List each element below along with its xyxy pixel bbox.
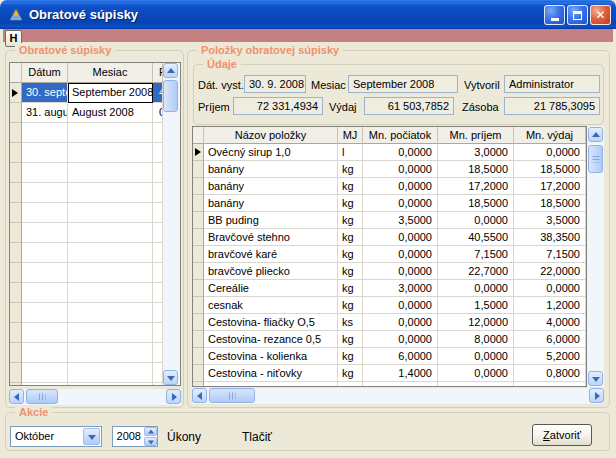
grid-cell[interactable]: BB puding — [204, 212, 338, 229]
grid-cell[interactable]: 18,5000 — [514, 161, 586, 178]
scrollbar-thumb[interactable] — [588, 145, 603, 173]
grid-cell[interactable]: 0,0000 — [363, 331, 438, 348]
grid-cell[interactable]: banány — [204, 161, 338, 178]
grid-cell[interactable]: Cestovina - niťovky — [204, 365, 338, 382]
grid-cell[interactable]: kg — [338, 161, 363, 178]
grid-cell[interactable]: 0,0000 — [363, 263, 438, 280]
grid-row[interactable]: banánykg0,000018,500018,5000 — [193, 161, 586, 178]
grid-row[interactable]: Cestovina - niťovkykg1,40000,00000,8000 — [193, 365, 586, 382]
spinner-up-button[interactable] — [144, 427, 157, 436]
scroll-up-button[interactable] — [163, 63, 178, 78]
grid-cell[interactable]: 0,0000 — [363, 314, 438, 331]
spinner-down-button[interactable] — [144, 437, 157, 446]
grid-cell[interactable]: 18,5000 — [438, 161, 514, 178]
grid-cell[interactable]: 22,0000 — [514, 263, 586, 280]
scroll-up-button[interactable] — [588, 127, 603, 142]
grid-cell[interactable]: kg — [338, 195, 363, 212]
grid-cell[interactable]: Bravčové stehno — [204, 229, 338, 246]
grid-cell[interactable]: September 2008 — [68, 83, 153, 103]
grid-row[interactable]: bravčové plieckokg0,000022,700022,0000 — [193, 263, 586, 280]
scrollbar-thumb[interactable] — [163, 80, 178, 112]
grid-cell[interactable]: 6,0000 — [363, 348, 438, 365]
scroll-left-button[interactable] — [192, 388, 207, 403]
grid-row[interactable]: cesnakkg0,00001,50001,2000 — [193, 297, 586, 314]
grid-cell[interactable]: kg — [338, 348, 363, 365]
grid-cell[interactable]: kg — [338, 280, 363, 297]
grid-cell[interactable]: 0,0000 — [514, 280, 586, 297]
grid-cell[interactable]: 12,0000 — [438, 314, 514, 331]
dropdown-button[interactable] — [83, 428, 100, 445]
grid-cell[interactable]: 4 — [153, 83, 163, 103]
grid-cell[interactable]: 1,5000 — [438, 297, 514, 314]
scroll-down-button[interactable] — [588, 371, 603, 386]
grid-row[interactable]: Cereáliekg3,00000,00000,0000 — [193, 280, 586, 297]
grid-cell[interactable]: 40,5500 — [438, 229, 514, 246]
grid-cell[interactable]: kg — [338, 229, 363, 246]
grid-cell[interactable]: 0,0000 — [438, 382, 514, 386]
grid-cell[interactable]: 17,2000 — [514, 178, 586, 195]
grid-row[interactable]: Cestovinykg0,00000,00000,0000 — [193, 382, 586, 386]
grid-cell[interactable]: 18,5000 — [438, 195, 514, 212]
grid-cell[interactable]: 18,5000 — [514, 195, 586, 212]
grid-cell[interactable]: 30. septe — [22, 83, 68, 103]
grid-cell[interactable]: 0,0000 — [438, 348, 514, 365]
grid-cell[interactable]: 0,0000 — [363, 178, 438, 195]
grid-cell[interactable]: 0,8000 — [514, 365, 586, 382]
grid-cell[interactable]: kg — [338, 297, 363, 314]
grid-cell[interactable]: 0,0000 — [438, 365, 514, 382]
grid-cell[interactable]: bravčové pliecko — [204, 263, 338, 280]
grid-cell[interactable]: 0,0000 — [438, 212, 514, 229]
grid-cell[interactable]: 0,0000 — [514, 144, 586, 161]
grid-row[interactable]: Cestovina- fliačky O,5ks0,000012,00004,0… — [193, 314, 586, 331]
grid-cell[interactable]: kg — [338, 331, 363, 348]
grid-row[interactable]: 30. septeSeptember 20084 — [10, 83, 180, 103]
grid-cell[interactable]: banány — [204, 178, 338, 195]
vydaj-field[interactable]: 61 503,7852 — [364, 97, 454, 115]
grid-cell[interactable]: 0,0000 — [363, 246, 438, 263]
grid-cell[interactable]: 0,0000 — [363, 195, 438, 212]
grid-cell[interactable]: 38,3500 — [514, 229, 586, 246]
grid-cell[interactable]: 1,4000 — [363, 365, 438, 382]
grid-row[interactable]: BB pudingkg3,50000,00003,5000 — [193, 212, 586, 229]
grid-row[interactable]: Cestovina- rezance 0,5kg0,00008,00006,00… — [193, 331, 586, 348]
grid-cell[interactable]: banány — [204, 195, 338, 212]
grid-cell[interactable]: 0,0000 — [514, 382, 586, 386]
grid-row[interactable]: banánykg0,000017,200017,2000 — [193, 178, 586, 195]
grid-cell[interactable]: 22,7000 — [438, 263, 514, 280]
year-spinner[interactable]: 2008 — [112, 426, 158, 447]
grid-row[interactable]: banánykg0,000018,500018,5000 — [193, 195, 586, 212]
grid-cell[interactable]: 6,0000 — [514, 331, 586, 348]
grid-row[interactable]: Cestovina - kolienkakg6,00000,00005,2000 — [193, 348, 586, 365]
grid-cell[interactable]: bravčové karé — [204, 246, 338, 263]
items-grid-horizontal-scrollbar[interactable] — [192, 388, 604, 404]
scrollbar-thumb[interactable] — [209, 388, 255, 403]
grid-cell[interactable]: kg — [338, 382, 363, 386]
scroll-right-button[interactable] — [589, 388, 604, 403]
grid-cell[interactable]: 5,2000 — [514, 348, 586, 365]
grid-cell[interactable]: 0,0000 — [363, 144, 438, 161]
grid-cell[interactable]: kg — [338, 263, 363, 280]
grid-cell[interactable]: 0,0000 — [363, 229, 438, 246]
dat-vyst-field[interactable]: 30. 9. 2008 — [244, 75, 306, 93]
grid-cell[interactable]: 7,1500 — [514, 246, 586, 263]
grid-cell[interactable]: kg — [338, 178, 363, 195]
grid-row[interactable]: 31. augusAugust 20080 — [10, 103, 180, 123]
maximize-button[interactable] — [567, 5, 588, 25]
ukony-label[interactable]: Úkony — [167, 430, 201, 444]
grid-cell[interactable]: Cereálie — [204, 280, 338, 297]
grid-cell[interactable]: 1,2000 — [514, 297, 586, 314]
grid-cell[interactable]: 31. augus — [22, 103, 68, 123]
grid-cell[interactable]: 8,0000 — [438, 331, 514, 348]
grid-cell[interactable]: l — [338, 144, 363, 161]
grid-cell[interactable]: 0,0000 — [438, 280, 514, 297]
zasoba-field[interactable]: 21 785,3095 — [504, 97, 600, 115]
grid-cell[interactable]: Ovécný sirup 1,0 — [204, 144, 338, 161]
grid-cell[interactable]: 0 — [153, 103, 163, 123]
grid-cell[interactable]: 3,0000 — [438, 144, 514, 161]
grid-cell[interactable]: Cestoviny — [204, 382, 338, 386]
grid-cell[interactable]: 0,0000 — [363, 161, 438, 178]
grid-cell[interactable]: 3,5000 — [363, 212, 438, 229]
grid-cell[interactable]: 7,1500 — [438, 246, 514, 263]
grid-cell[interactable]: August 2008 — [68, 103, 153, 123]
scrollbar-thumb[interactable] — [26, 389, 58, 404]
